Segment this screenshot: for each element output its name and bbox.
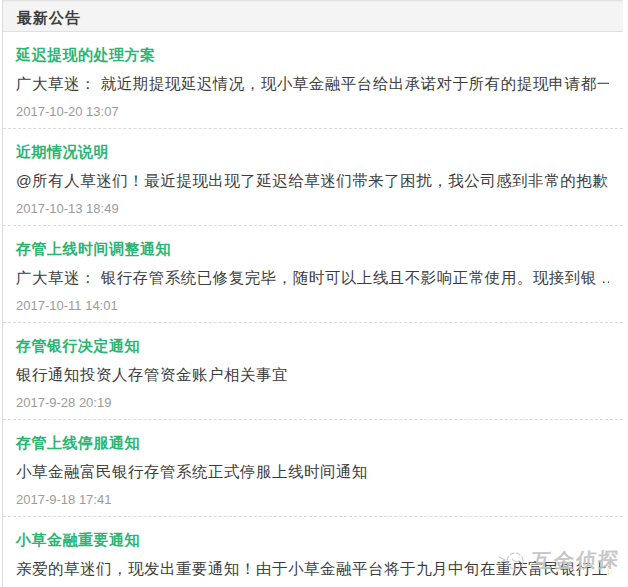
announcement-title-link[interactable]: 延迟提现的处理方案: [16, 46, 609, 64]
announcement-title-link[interactable]: 存管银行决定通知: [16, 337, 609, 355]
announcement-summary: 亲爱的草迷们，现发出重要通知！由于小草金融平台将于九月中旬在重庆富民银行上线银行…: [16, 559, 609, 579]
announcement-summary: 广大草迷： 银行存管系统已修复完毕，随时可以上线且不影响正常使用。现接到银 ..…: [16, 268, 609, 288]
announcement-item[interactable]: 存管上线停服通知小草金融富民银行存管系统正式停服上线时间通知2017-9-18 …: [3, 420, 623, 517]
panel-title: 最新公告: [17, 9, 81, 26]
announcement-date: 2017-10-13 18:49: [16, 201, 609, 217]
announcement-panel: 最新公告 延迟提现的处理方案广大草迷： 就近期提现延迟情况，现小草金融平台给出承…: [2, 0, 623, 587]
announcement-summary: 银行通知投资人存管资金账户相关事宜: [16, 365, 609, 385]
announcement-item[interactable]: 延迟提现的处理方案广大草迷： 就近期提现延迟情况，现小草金融平台给出承诺对于所有…: [3, 32, 623, 129]
announcement-date: 2017-9-18 17:41: [16, 492, 609, 508]
announcement-list: 延迟提现的处理方案广大草迷： 就近期提现延迟情况，现小草金融平台给出承诺对于所有…: [3, 32, 623, 587]
announcement-title-link[interactable]: 小草金融重要通知: [16, 531, 609, 549]
announcement-item[interactable]: 小草金融重要通知亲爱的草迷们，现发出重要通知！由于小草金融平台将于九月中旬在重庆…: [3, 517, 623, 587]
panel-header: 最新公告: [3, 1, 623, 32]
announcement-title-link[interactable]: 近期情况说明: [16, 143, 609, 161]
announcement-item[interactable]: 近期情况说明@所有人草迷们！最近提现出现了延迟给草迷们带来了困扰，我公司感到非常…: [3, 129, 623, 226]
announcement-date: 2017-10-11 14:01: [16, 298, 609, 314]
announcement-date: 2017-9-28 20:19: [16, 395, 609, 411]
announcement-item[interactable]: 存管上线时间调整通知广大草迷： 银行存管系统已修复完毕，随时可以上线且不影响正常…: [3, 226, 623, 323]
announcement-summary: @所有人草迷们！最近提现出现了延迟给草迷们带来了困扰，我公司感到非常的抱歉，目前…: [16, 171, 609, 191]
announcement-title-link[interactable]: 存管上线时间调整通知: [16, 240, 609, 258]
announcement-title-link[interactable]: 存管上线停服通知: [16, 434, 609, 452]
announcement-summary: 广大草迷： 就近期提现延迟情况，现小草金融平台给出承诺对于所有的提现申请都一视 …: [16, 74, 609, 94]
announcement-summary: 小草金融富民银行存管系统正式停服上线时间通知: [16, 462, 609, 482]
announcement-date: 2017-10-20 13:07: [16, 104, 609, 120]
announcement-item[interactable]: 存管银行决定通知银行通知投资人存管资金账户相关事宜2017-9-28 20:19: [3, 323, 623, 420]
